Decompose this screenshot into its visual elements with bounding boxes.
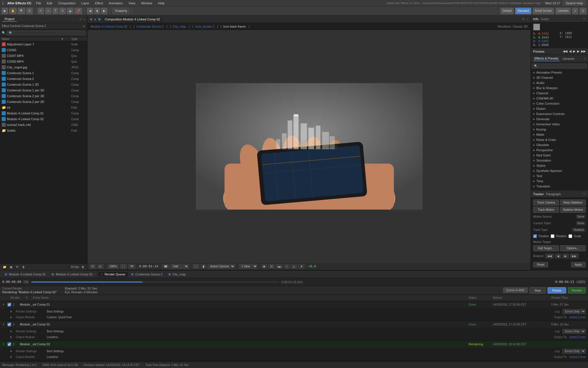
align-center[interactable]: ⧫ bbox=[94, 8, 100, 14]
queue-in-ame-btn[interactable]: Queue in AME bbox=[503, 288, 528, 293]
info-panel-menu[interactable]: ⚙ bbox=[583, 17, 586, 21]
output-2-toggle[interactable]: ▶ bbox=[10, 336, 12, 338]
menu-edit[interactable]: Edit bbox=[46, 1, 53, 5]
options-btn[interactable]: Options... bbox=[560, 245, 586, 251]
new-comp-btn[interactable]: ▣ bbox=[9, 265, 13, 269]
effect-category-item[interactable]: ▶3D Channel bbox=[531, 75, 588, 80]
tracker-tab[interactable]: Tracker bbox=[533, 192, 544, 196]
effect-category-item[interactable]: ▶Immersive Video bbox=[531, 122, 588, 127]
vt-alpha-btn[interactable]: ▮ bbox=[201, 264, 206, 269]
tl-tab-comp02-close[interactable]: × bbox=[94, 273, 95, 276]
stabilize-motion-btn[interactable]: Stabilize Motion bbox=[560, 207, 586, 213]
workspace-standard[interactable]: Standard bbox=[515, 8, 531, 14]
project-list-item[interactable]: Contenuto Scena 1 Comp bbox=[0, 70, 87, 76]
project-list-item[interactable]: C0350 Comp bbox=[0, 47, 87, 53]
effect-category-item[interactable]: ▶Expression Controls bbox=[531, 111, 588, 116]
paragraph-tab[interactable]: Paragraph bbox=[546, 192, 561, 196]
analyze-prev-btn[interactable]: ◀ bbox=[555, 254, 561, 258]
workspace-grid[interactable]: ☷ bbox=[580, 8, 586, 14]
resolution-select[interactable]: Half Full Third Quarter bbox=[171, 264, 189, 269]
zoom-level[interactable]: 100% bbox=[107, 264, 119, 269]
pause-btn[interactable]: Pause bbox=[548, 287, 566, 294]
apple-menu[interactable]:  bbox=[2, 1, 4, 5]
effect-category-item[interactable]: ▶Time bbox=[531, 179, 588, 184]
effect-category-item[interactable]: ▶Generate bbox=[531, 116, 588, 122]
preview-prev[interactable]: ◀ bbox=[569, 49, 571, 53]
track-camera-btn[interactable]: Track Camera bbox=[533, 200, 559, 206]
vt-region-btn[interactable]: ⛶ bbox=[193, 264, 200, 269]
effect-category-item[interactable]: ▶Audio bbox=[531, 80, 588, 85]
log-select-3[interactable]: Errors Only bbox=[562, 349, 586, 354]
tool-brush[interactable]: ✎ bbox=[59, 8, 66, 14]
preview-last[interactable]: ▶▶ bbox=[581, 49, 586, 53]
info-tab[interactable]: Info bbox=[533, 17, 538, 21]
effect-category-item[interactable]: ▶Color Correction bbox=[531, 101, 588, 106]
menu-effect[interactable]: Effect bbox=[94, 1, 104, 5]
effect-category-item[interactable]: ▶Transition bbox=[531, 184, 588, 189]
new-folder-btn[interactable]: 📁 bbox=[2, 265, 7, 269]
project-list-item[interactable]: 📁 int Fold bbox=[0, 105, 87, 110]
tool-text[interactable]: T bbox=[53, 8, 58, 14]
output-3-toggle[interactable]: ▶ bbox=[10, 355, 12, 358]
render-item-2-main[interactable]: ▼ 2 Modulo _ed Comp 02 Done 14/03/2018, … bbox=[0, 321, 588, 328]
menu-help[interactable]: Help bbox=[157, 1, 166, 5]
project-list-item[interactable]: scena2 track.c4d CINE bbox=[0, 122, 87, 128]
menu-composition[interactable]: Composition bbox=[57, 1, 77, 5]
render-item-1-toggle[interactable]: ▼ bbox=[2, 303, 5, 306]
render-item-2-check[interactable] bbox=[7, 322, 12, 327]
project-list-item[interactable]: Contenuto Scena 2 per 3D Comp bbox=[0, 93, 87, 99]
tracker-menu[interactable]: ⚙ bbox=[583, 192, 586, 196]
views-select[interactable]: 1 View 2 Views 4 Views bbox=[239, 264, 258, 269]
vt-motion-btn[interactable]: ✦ bbox=[298, 264, 305, 269]
workspace-more[interactable]: » bbox=[572, 8, 578, 14]
vt-grid2-btn[interactable]: ☷ bbox=[268, 264, 275, 269]
menu-animation[interactable]: Animation bbox=[108, 1, 124, 5]
preview-play[interactable]: ▶ bbox=[573, 49, 575, 53]
effect-category-item[interactable]: ▶Perspective bbox=[531, 147, 588, 153]
rotation-checkbox[interactable] bbox=[551, 234, 554, 238]
project-list-item[interactable]: Contenuto Scena 1 per 3D Comp bbox=[0, 87, 87, 93]
position-checkbox[interactable] bbox=[533, 234, 537, 238]
comp-tab-active[interactable]: Composition Modulo 4 Linked Comp 02 bbox=[102, 17, 163, 22]
effect-category-item[interactable]: ▶Red Giant bbox=[531, 153, 588, 158]
edit-target-btn[interactable]: Edit Target... bbox=[533, 245, 559, 251]
effects-panel-menu[interactable]: ⚙ bbox=[583, 57, 586, 60]
reset-btn[interactable]: Reset bbox=[533, 262, 548, 267]
project-list-item[interactable]: C0347.MP4 Quic bbox=[0, 53, 87, 59]
project-list-item[interactable]: Modulo 4 Linked Comp 01 Comp bbox=[0, 110, 87, 116]
settings-3-toggle[interactable]: ▶ bbox=[10, 350, 12, 352]
preview-first[interactable]: ◀◀ bbox=[563, 49, 567, 53]
scale-checkbox[interactable] bbox=[568, 234, 572, 238]
vt-rulers-btn[interactable]: ▬ bbox=[276, 264, 283, 269]
project-panel-menu[interactable]: ⚙ bbox=[79, 18, 82, 21]
project-list-item[interactable]: S Adjustment Layer 7 Solid bbox=[0, 41, 87, 47]
workspace-libraries[interactable]: Libraries bbox=[556, 8, 570, 14]
effect-controls-tab[interactable]: Effect Controls Contenuto Scena 2 bbox=[2, 24, 46, 28]
vt-3d-btn[interactable]: △ bbox=[291, 264, 297, 269]
preview-tab[interactable]: Preview bbox=[533, 50, 544, 53]
project-list-item[interactable]: Modulo 4 Linked Comp 02 Comp bbox=[0, 116, 87, 122]
tool-select[interactable]: ▶ bbox=[2, 8, 8, 14]
vt-snap-btn[interactable]: 📷 bbox=[128, 264, 136, 269]
render-item-2-toggle[interactable]: ▼ bbox=[2, 323, 5, 326]
menu-window[interactable]: Window bbox=[140, 1, 153, 5]
output-1-toggle[interactable]: ▶ bbox=[10, 316, 12, 319]
comp-panel-close[interactable]: × bbox=[527, 18, 528, 21]
breadcrumb-citymap[interactable]: City_map bbox=[173, 25, 191, 28]
effect-category-item[interactable]: ▶Obsolete bbox=[531, 142, 588, 147]
vt-mask-btn[interactable]: □ bbox=[284, 264, 290, 269]
audio-tab[interactable]: Audio bbox=[541, 17, 549, 21]
tool-rotate[interactable]: ↻ bbox=[26, 8, 33, 14]
settings-2-toggle[interactable]: ▶ bbox=[10, 330, 12, 333]
align-left[interactable]: ◀ bbox=[87, 8, 93, 14]
preview-next[interactable]: ▶ bbox=[577, 49, 579, 53]
stop-btn[interactable]: Stop bbox=[529, 287, 546, 294]
vt-grid-btn[interactable]: ☷ bbox=[89, 264, 96, 269]
breadcrumb-icon-back[interactable]: Icon back frame bbox=[223, 25, 250, 28]
camera-select[interactable]: Active Camera bbox=[208, 264, 235, 269]
bpc-btn[interactable]: 🗑 bbox=[80, 265, 86, 269]
tool-hand[interactable]: ✋ bbox=[9, 8, 17, 14]
render-item-3-main[interactable]: ▼ 3 Modulo _ed Comp 02 Rendering 14/03/2… bbox=[0, 341, 588, 348]
workspace-small-screen[interactable]: Small Screen bbox=[533, 8, 554, 14]
effect-category-item[interactable]: ▶Animation Presets bbox=[531, 70, 588, 75]
